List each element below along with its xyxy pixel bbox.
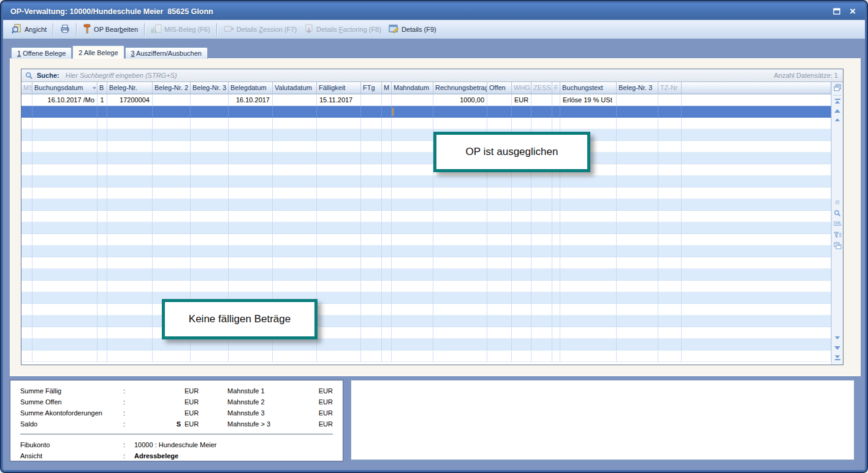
column-header-beleg-nr-[interactable]: Beleg-Nr. xyxy=(107,82,153,94)
grid-cell-filler xyxy=(682,350,831,362)
grid-empty-row[interactable] xyxy=(21,350,831,362)
grid-cell xyxy=(382,141,392,153)
grid-empty-row[interactable] xyxy=(21,187,831,199)
grid-cell xyxy=(361,106,382,118)
column-header-buchungstext[interactable]: Buchungstext xyxy=(560,82,617,94)
grid-empty-row[interactable] xyxy=(21,199,831,211)
grid-empty-row[interactable] xyxy=(21,339,831,350)
details-button[interactable]: Details (F9) xyxy=(385,22,440,37)
tab-ausziffern-ausbuchen[interactable]: 3 Ausziffern/Ausbuchen xyxy=(125,47,208,59)
column-header-zess[interactable]: ZESS xyxy=(531,82,552,94)
grid-empty-row[interactable] xyxy=(21,281,831,292)
grid-cell xyxy=(97,281,107,292)
grid-empty-row[interactable] xyxy=(21,211,831,222)
grid-empty-row[interactable] xyxy=(21,222,831,234)
grid-cell xyxy=(382,222,392,234)
window-controls: ✕ xyxy=(832,7,858,16)
tab-offene-belege[interactable]: 1 Offene Belege xyxy=(11,47,72,59)
column-header-m[interactable]: M xyxy=(382,82,392,94)
column-header-f[interactable]: F xyxy=(552,82,560,94)
column-header-rechnungsbetrag[interactable]: Rechnungsbetrag xyxy=(433,82,487,94)
grid-cell xyxy=(191,222,229,234)
column-header-beleg-nr-3[interactable]: Beleg-Nr. 3 xyxy=(191,82,229,94)
grid-cell xyxy=(97,292,107,304)
grid-empty-row[interactable] xyxy=(21,257,831,269)
grid-cell xyxy=(32,350,97,362)
column-header-buchungsdatum[interactable]: Buchungsdatum xyxy=(32,82,97,94)
grid-empty-row[interactable] xyxy=(21,118,831,129)
row-down-icon[interactable] xyxy=(832,336,843,339)
grid-cell xyxy=(433,292,487,304)
scroll-last-icon[interactable] xyxy=(832,355,843,360)
print-button[interactable] xyxy=(56,22,74,37)
grid-cell xyxy=(21,153,32,164)
grid-empty-row[interactable] xyxy=(21,246,831,257)
column-header-valutadatum[interactable]: Valutadatum xyxy=(273,82,317,94)
column-header-ftg[interactable]: FTg xyxy=(361,82,382,94)
grid-cell xyxy=(153,350,191,362)
grid-selected-row[interactable] xyxy=(21,106,831,118)
restore-icon[interactable] xyxy=(832,7,842,16)
column-header-belegdatum[interactable]: Belegdatum xyxy=(229,82,273,94)
column-header-whg[interactable]: WHG xyxy=(512,82,531,94)
row-up-icon[interactable] xyxy=(832,118,843,121)
grid-cell-filler xyxy=(682,222,831,234)
grid-empty-row[interactable] xyxy=(21,269,831,281)
grid-cell: Erlöse 19 % USt xyxy=(560,94,617,106)
xml-icon[interactable]: XML xyxy=(832,221,843,225)
column-header-mahndatum[interactable]: Mahndatum xyxy=(392,82,433,94)
column-header-beleg-nr-2[interactable]: Beleg-Nr. 2 xyxy=(153,82,191,94)
zoom-icon[interactable] xyxy=(832,210,843,217)
grid-cell xyxy=(21,304,32,316)
column-chooser-icon[interactable] xyxy=(832,84,843,91)
grid-cell xyxy=(433,327,487,339)
grid-empty-row[interactable] xyxy=(21,141,831,153)
grid-cell xyxy=(392,164,433,176)
grid-cell xyxy=(32,246,97,257)
grid-cell xyxy=(317,222,361,234)
close-icon[interactable]: ✕ xyxy=(848,7,858,16)
column-header-ms[interactable]: MS xyxy=(21,82,32,94)
grid-empty-row[interactable] xyxy=(21,304,831,316)
scroll-down-icon[interactable] xyxy=(832,346,843,350)
grid-cell xyxy=(531,327,552,339)
grid-empty-row[interactable] xyxy=(21,292,831,304)
column-header-f-lligkeit[interactable]: Fälligkeit xyxy=(317,82,361,94)
grid-cell xyxy=(317,164,361,176)
search-input[interactable] xyxy=(64,71,774,80)
op-bearbeiten-button[interactable]: OP Bearbeiten xyxy=(79,22,142,37)
column-header-b[interactable]: B xyxy=(97,82,107,94)
grid-cell xyxy=(361,129,382,141)
grid-cell xyxy=(658,94,682,106)
grid-cell xyxy=(153,164,191,176)
grid-cell xyxy=(512,106,531,118)
ansicht-button[interactable]: Ansicht xyxy=(8,22,50,37)
column-header-beleg-nr-3[interactable]: Beleg-Nr. 3 xyxy=(617,82,658,94)
grid-empty-row[interactable] xyxy=(21,234,831,246)
grid-cell xyxy=(392,176,433,187)
grid-cell xyxy=(229,153,273,164)
grid-cell xyxy=(392,106,433,118)
scroll-first-icon[interactable] xyxy=(832,99,843,104)
goto-row-icon[interactable]: (I) xyxy=(832,200,843,204)
grid-empty-row[interactable] xyxy=(21,316,831,327)
grid-cell xyxy=(21,339,32,350)
grid-empty-row[interactable] xyxy=(21,153,831,164)
grid-cell xyxy=(392,304,433,316)
grid-empty-row[interactable] xyxy=(21,164,831,176)
column-header-tz-nr[interactable]: TZ-Nr xyxy=(658,82,682,94)
grid-empty-row[interactable] xyxy=(21,176,831,187)
toolbar-separator xyxy=(53,23,53,36)
scroll-up-icon[interactable] xyxy=(832,109,843,113)
filter-icon[interactable] xyxy=(832,232,843,238)
grid-empty-row[interactable] xyxy=(21,327,831,339)
grid-empty-row[interactable] xyxy=(21,129,831,141)
grid-data-row[interactable]: 16.10.2017 /Mo11720000416.10.201715.11.2… xyxy=(21,94,831,106)
grid-cell xyxy=(617,339,658,350)
grid-cell xyxy=(361,222,382,234)
column-header-offen[interactable]: Offen xyxy=(487,82,512,94)
grid-cell xyxy=(382,164,392,176)
grid-cell xyxy=(317,118,361,129)
multi-window-icon[interactable] xyxy=(832,242,843,249)
tab-alle-belege[interactable]: 2 Alle Belege xyxy=(72,45,124,59)
